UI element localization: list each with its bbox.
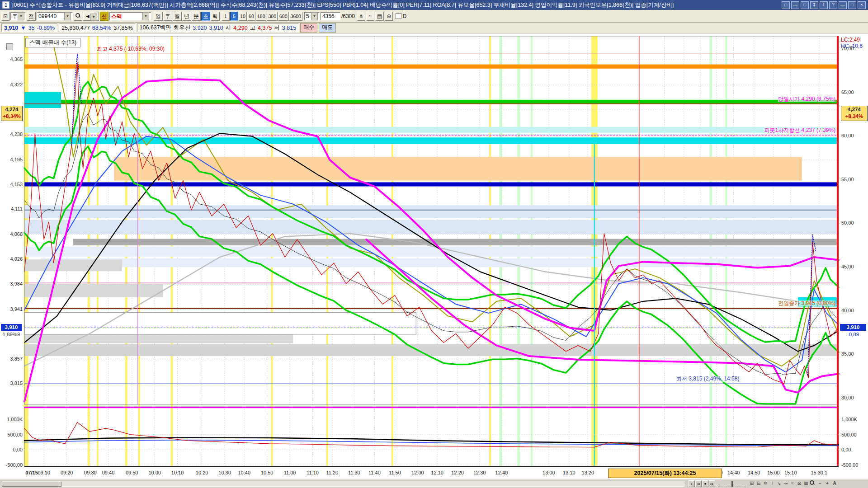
period-button-월[interactable]: 월	[173, 12, 182, 21]
forward-button[interactable]: ▸▸	[709, 480, 715, 487]
titlebar: 1 [0601] 주식종합차트 - 유통비율[83.9] 거래대금[106,63…	[0, 0, 868, 10]
chart-type-select[interactable]: 주 ▼	[10, 12, 26, 20]
crosshair-icon[interactable]: ⊺	[769, 480, 776, 487]
time-axis-label: 12:20	[451, 470, 464, 475]
interval-button-5[interactable]: 5	[230, 12, 238, 21]
close-icon[interactable]: ×	[858, 1, 866, 9]
period-button-틱[interactable]: 틱	[211, 12, 220, 21]
app-window: { "window":{ "icon":"1", "title":"[0601]…	[0, 0, 868, 488]
stock-code-input[interactable]: 099440 ▼	[37, 12, 73, 20]
wave-tool-icon[interactable]: ↝	[782, 480, 789, 487]
chart-canvas[interactable]	[0, 0, 868, 479]
chart-type-value: 주	[12, 12, 18, 20]
prev-stock-button[interactable]: 전	[27, 12, 36, 21]
window-title: [0601] 주식종합차트 - 유통비율[83.9] 거래대금[106,637(…	[12, 1, 674, 9]
interval-button-3600[interactable]: 3600	[289, 12, 302, 21]
low-label: 저	[274, 24, 280, 32]
current-price-tag-right: 3,910	[840, 324, 866, 331]
time-axis-label: 14:40	[727, 470, 740, 475]
open-tag-price: 4,274	[841, 106, 867, 113]
volume-left-axis-label: -500,00	[1, 462, 23, 468]
buy-button[interactable]: 매수	[300, 23, 317, 33]
stock-name-input[interactable]: 스맥 ▼	[109, 12, 151, 20]
pattern-tool-icon[interactable]: ≈	[789, 480, 796, 487]
zoom-out-button[interactable]: −	[816, 480, 824, 487]
period-button-분[interactable]: 분	[192, 12, 201, 21]
users-icon[interactable]: ⋔	[357, 12, 365, 21]
search-button[interactable]	[74, 12, 82, 21]
new-window-icon[interactable]: □	[801, 1, 809, 9]
trendline-icon[interactable]: ↘	[775, 480, 783, 487]
chevron-down-icon[interactable]: ▼	[90, 14, 97, 21]
zoom-slider[interactable]	[718, 481, 746, 487]
time-axis-label: 11:00	[284, 470, 296, 475]
zoom-in-button[interactable]: +	[824, 480, 831, 487]
bar-count-value: 4356	[322, 12, 335, 20]
pin-icon[interactable]: ↧	[810, 1, 818, 9]
bar-total-label: /6300	[341, 13, 355, 19]
play-button[interactable]: ▸	[689, 480, 695, 487]
chart-scrollbar[interactable]	[1, 481, 684, 487]
popout-icon[interactable]: □	[782, 1, 790, 9]
interval-button-1[interactable]: 1	[222, 12, 230, 21]
pane-menu-icon[interactable]	[6, 43, 13, 50]
right-axis-label: 65,00	[841, 89, 867, 95]
split-window-icon[interactable]: ⊟	[755, 480, 762, 487]
time-axis-label: 13:00	[542, 470, 555, 475]
interval-select[interactable]: 5 ▼	[304, 12, 320, 20]
left-axis-label: 3,984	[1, 281, 23, 287]
high-price: 4,375	[258, 25, 272, 31]
amount-panel: 106,637백만 최우선 3,920 3,910 시 4,290 고 4,37…	[137, 23, 299, 32]
interval-button-60[interactable]: 60	[247, 12, 255, 21]
chevron-down-icon[interactable]: ▼	[142, 12, 149, 20]
settings-icon[interactable]: ⊛	[385, 12, 393, 21]
interval-button-600[interactable]: 600	[278, 12, 289, 21]
left-axis-label: 4,365	[1, 56, 23, 62]
d-checkbox-label: D	[402, 13, 406, 19]
low-price: 3,815	[282, 25, 296, 31]
scrollbar-thumb[interactable]	[2, 482, 61, 487]
sell-button[interactable]: 매도	[319, 23, 336, 33]
zoom-slider-handle[interactable]	[731, 481, 733, 487]
save-icon[interactable]: ▤	[375, 12, 384, 21]
interval-button-180[interactable]: 180	[256, 12, 267, 21]
trade-amount: 106,637백만	[140, 24, 171, 32]
period-button-초[interactable]: 초	[201, 12, 210, 21]
chevron-down-icon[interactable]: ▼	[18, 12, 24, 20]
period-button-일[interactable]: 일	[154, 12, 163, 21]
time-axis-label: 09:10	[38, 470, 50, 475]
right-axis-label: 55,00	[841, 177, 867, 183]
window-select-icon[interactable]: ⊡	[1, 12, 9, 21]
font-size-button[interactable]: A	[831, 480, 838, 487]
interval-button-10[interactable]: 10	[239, 12, 247, 21]
indicator-tab[interactable]: 스맥 매물대 수(13)	[25, 38, 80, 47]
compress-chart-icon[interactable]: ≋	[762, 480, 769, 487]
volume-ratio: 37.85%	[113, 25, 132, 31]
tile-windows-icon[interactable]: ⊞	[748, 480, 755, 487]
period-button-년[interactable]: 년	[182, 12, 191, 21]
bar-count-field: 4356	[321, 12, 340, 20]
left-axis-label: 4,068	[1, 231, 23, 237]
maximize-icon[interactable]: □	[848, 1, 856, 9]
period-button-주[interactable]: 주	[163, 12, 172, 21]
sound-button[interactable]: ◄▼	[83, 12, 99, 21]
indicator-icon[interactable]: ≈	[366, 12, 374, 21]
d-checkbox[interactable]	[396, 13, 401, 19]
app-icon: 1	[2, 1, 9, 9]
help-icon[interactable]: ?	[829, 1, 837, 9]
eraser-icon[interactable]: ⊠	[796, 480, 803, 487]
open-label: 시	[226, 24, 231, 32]
collapse-icon[interactable]: —	[791, 1, 799, 9]
chevron-down-icon[interactable]: ▼	[64, 12, 71, 20]
interval-button-300[interactable]: 300	[267, 12, 278, 21]
rewind-button[interactable]: ◂◂	[695, 480, 702, 487]
minimize-icon[interactable]: —	[839, 1, 847, 9]
volume-left-axis-label: 1,000K	[1, 417, 23, 422]
magnifier-button[interactable]	[808, 480, 816, 487]
stop-button[interactable]: ■	[702, 480, 708, 487]
chart-annotation: 최저 3,815 (2,49%, 14:58)	[676, 376, 739, 382]
title-toggle-icon[interactable]: T	[820, 1, 828, 9]
chevron-down-icon[interactable]: ▼	[311, 12, 318, 20]
right-axis-label: 35,00	[841, 351, 867, 357]
open-tag-price: 4,274	[1, 106, 22, 113]
